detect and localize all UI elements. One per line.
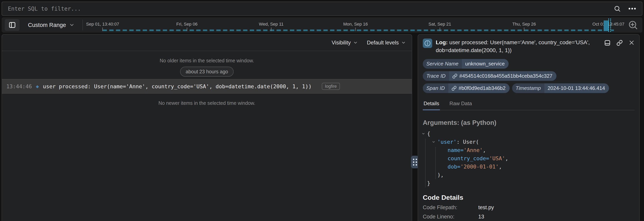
log-row-timestamp: 13:44:46 bbox=[6, 83, 32, 89]
arguments-heading: Arguments: (as Python) bbox=[423, 119, 634, 126]
code-detail-label: Code Filepath: bbox=[423, 205, 478, 211]
time-range-label: Custom Range bbox=[28, 22, 66, 28]
tab-raw-data[interactable]: Raw Data bbox=[448, 98, 472, 110]
panel-divider bbox=[412, 34, 418, 221]
metadata-badge[interactable]: Timestamp2024-10-01 13:44:46.414 bbox=[512, 83, 609, 93]
copy-link-icon[interactable] bbox=[616, 40, 623, 46]
timeline-tick-mark bbox=[271, 27, 272, 31]
metadata-badge[interactable]: Span ID#b0f0d9ed1ab346b2 bbox=[423, 83, 510, 93]
timeline-tick-label: Wed, Sep 11 bbox=[259, 22, 284, 27]
code-line: country_code='USA', bbox=[423, 154, 634, 163]
metadata-badge-label: Service Name bbox=[423, 59, 462, 69]
detail-title-kind: Log: bbox=[436, 39, 448, 45]
metadata-badge-label: Timestamp bbox=[512, 83, 544, 93]
timeline-tick-label: Thu, Sep 26 bbox=[512, 22, 536, 27]
code-details-rows: Code Filepath:test.pyCode Lineno:13 bbox=[423, 205, 634, 220]
sidebar-toggle-button[interactable] bbox=[5, 19, 20, 31]
time-range-select[interactable]: Custom Range bbox=[28, 22, 74, 28]
timeline-selection-cursor[interactable] bbox=[608, 18, 611, 32]
timeline-tick-mark bbox=[102, 27, 103, 31]
sql-filter-placeholder: Enter SQL to filter... bbox=[8, 5, 81, 12]
chevron-down-icon bbox=[69, 22, 74, 28]
code-detail-row: Code Filepath:test.py bbox=[423, 205, 634, 211]
log-list-panel: Visibility Default levels No older items… bbox=[2, 34, 412, 221]
code-token: , bbox=[499, 164, 502, 170]
visibility-dropdown[interactable]: Visibility bbox=[332, 40, 358, 46]
code-lines: {'user': User(name='Anne',country_code='… bbox=[423, 130, 634, 187]
zoom-in-icon[interactable] bbox=[628, 20, 638, 30]
dock-panel-icon[interactable] bbox=[604, 40, 610, 46]
timeline-tick-mark bbox=[355, 27, 356, 31]
code-tree: {'user': User(name='Anne',country_code='… bbox=[423, 130, 634, 187]
search-icon[interactable] bbox=[614, 5, 621, 12]
code-line: name='Anne', bbox=[423, 146, 634, 154]
tree-collapse-icon[interactable] bbox=[432, 140, 435, 144]
timeline-tick-label: Sep 01, 13:40:07 bbox=[86, 22, 119, 27]
code-token: , bbox=[505, 155, 508, 161]
chevron-down-icon bbox=[401, 40, 406, 45]
timeline-histogram[interactable]: Sep 01, 13:40:07Fri, Sep 06Wed, Sep 11Mo… bbox=[83, 17, 625, 33]
timeline-histogram-bar bbox=[604, 20, 609, 31]
detail-header: Log:user processed: User(name='Anne', co… bbox=[423, 38, 634, 54]
code-line: dob='2000-01-01', bbox=[423, 163, 634, 171]
metadata-badge-value: #b0f0d9ed1ab346b2 bbox=[448, 83, 510, 93]
code-detail-value: test.py bbox=[478, 205, 494, 211]
code-details-heading: Code Details bbox=[423, 194, 634, 201]
metadata-badge-value: unknown_service bbox=[462, 59, 508, 69]
log-row-tag: logfire bbox=[322, 83, 340, 90]
tree-collapse-icon[interactable] bbox=[422, 132, 425, 135]
log-list-header: Visibility Default levels bbox=[2, 35, 412, 51]
metadata-badge[interactable]: Service Nameunknown_service bbox=[423, 59, 508, 69]
timeline-tick-mark bbox=[524, 27, 524, 31]
metadata-badge-label: Span ID bbox=[423, 83, 448, 93]
code-token: dob= bbox=[448, 164, 460, 170]
time-ago-pill[interactable]: about 23 hours ago bbox=[180, 67, 234, 77]
code-token: User( bbox=[463, 139, 479, 145]
log-level-diamond-icon: ◆ bbox=[36, 83, 39, 89]
info-icon bbox=[424, 40, 431, 47]
code-token: } bbox=[427, 180, 430, 186]
visibility-label: Visibility bbox=[332, 40, 351, 46]
code-token: 'Anne' bbox=[464, 147, 483, 153]
time-range-bar: Custom Range Sep 01, 13:40:07Fri, Sep 06… bbox=[2, 17, 642, 33]
arguments-heading-suffix: (as Python) bbox=[461, 119, 496, 126]
metadata-badge[interactable]: Trace ID#454514c0168a455a51bb4ceba354c32… bbox=[423, 71, 556, 81]
log-row[interactable]: 13:44:46 ◆ user processed: User(name='An… bbox=[2, 79, 412, 94]
code-token: 'user' bbox=[437, 139, 457, 145]
code-detail-value: 13 bbox=[478, 214, 484, 220]
timeline-tick-label: Sat, Sep 21 bbox=[428, 22, 451, 27]
code-token: '2000-01-01' bbox=[460, 164, 499, 170]
badge-list: Service Nameunknown_serviceTrace ID#4545… bbox=[423, 59, 634, 93]
log-row-message: user processed: User(name='Anne', countr… bbox=[43, 83, 312, 89]
link-icon bbox=[452, 73, 458, 79]
sql-filter-input[interactable]: Enter SQL to filter... bbox=[2, 1, 642, 16]
arguments-heading-main: Arguments: bbox=[423, 119, 459, 126]
detail-title-text: user processed: User(name='Anne', countr… bbox=[436, 39, 590, 53]
tab-details[interactable]: Details bbox=[423, 98, 440, 110]
metadata-badge-value: 2024-10-01 13:44:46.414 bbox=[544, 83, 609, 93]
code-token: : bbox=[457, 139, 463, 145]
code-token: ), bbox=[437, 172, 444, 178]
more-options-icon[interactable] bbox=[628, 7, 636, 10]
code-token: name= bbox=[448, 147, 464, 153]
code-detail-label: Code Lineno: bbox=[423, 214, 478, 220]
code-token: country_code= bbox=[448, 155, 489, 161]
code-detail-row: Code Lineno:13 bbox=[423, 214, 634, 220]
metadata-badge-value: #454514c0168a455a51bb4ceba354c327 bbox=[449, 71, 556, 81]
default-levels-dropdown[interactable]: Default levels bbox=[367, 40, 406, 46]
chevron-down-icon bbox=[353, 40, 358, 45]
close-icon[interactable] bbox=[629, 40, 634, 46]
no-older-items-notice: No older items in the selected time wind… bbox=[2, 58, 412, 63]
timeline-tick-label: Mon, Sep 16 bbox=[343, 22, 368, 27]
code-token: , bbox=[483, 147, 486, 153]
default-levels-label: Default levels bbox=[367, 40, 399, 46]
code-line: 'user': User( bbox=[423, 138, 634, 146]
code-token: { bbox=[427, 131, 430, 137]
detail-title: Log:user processed: User(name='Anne', co… bbox=[436, 38, 601, 54]
timeline-tick-mark bbox=[187, 27, 187, 31]
detail-tabs: DetailsRaw Data bbox=[423, 98, 634, 110]
panel-left-icon bbox=[9, 22, 16, 28]
metadata-badge-label: Trace ID bbox=[423, 71, 449, 81]
timeline-baseline bbox=[102, 29, 614, 31]
code-line: ), bbox=[423, 171, 634, 179]
